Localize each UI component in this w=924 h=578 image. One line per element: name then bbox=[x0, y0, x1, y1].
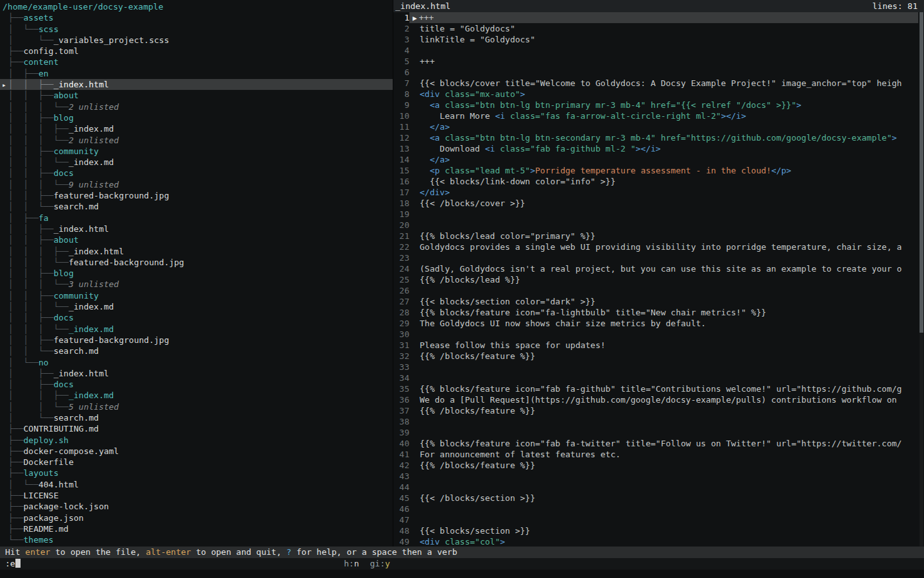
tree-row[interactable]: │ │ ├──about bbox=[0, 234, 393, 245]
tree-row[interactable]: │ │ ├──blog bbox=[0, 112, 393, 123]
code-line[interactable]: 32{{% /blocks/feature %}} bbox=[393, 351, 924, 362]
code-line[interactable]: 29The Goldydocs UI now shows chair size … bbox=[393, 318, 924, 329]
tree-row[interactable]: │ ├──docs bbox=[0, 379, 393, 390]
code-line[interactable]: 6 bbox=[393, 67, 924, 78]
code-line[interactable]: 2title = "Goldydocs" bbox=[393, 23, 924, 34]
code-line[interactable]: 4 bbox=[393, 45, 924, 56]
tree-row[interactable]: ├──package-lock.json bbox=[0, 501, 393, 512]
code-line[interactable]: 49<div class="col"> bbox=[393, 536, 924, 547]
code-line[interactable]: 25{{% /blocks/lead %}} bbox=[393, 274, 924, 285]
tree-row[interactable]: │ ├──en bbox=[0, 68, 393, 79]
tree-row[interactable]: │ │ │ └──_index.md bbox=[0, 324, 393, 335]
tree-row[interactable]: │ │ │ └──_index.md bbox=[0, 157, 393, 168]
tree-row[interactable]: │ │ ├──_index.html bbox=[0, 223, 393, 234]
code-line[interactable]: 30 bbox=[393, 329, 924, 340]
code-line[interactable]: 11 </a> bbox=[393, 121, 924, 132]
tree-row[interactable]: │ │ │ ├──_index.html bbox=[0, 246, 393, 257]
code-line[interactable]: 24(Sadly, Goldydocs isn't a real project… bbox=[393, 263, 924, 274]
code-line[interactable]: 10 Learn More <i class="fas fa-arrow-alt… bbox=[393, 110, 924, 121]
scrollbar-thumb[interactable] bbox=[920, 12, 923, 333]
tree-row[interactable]: │ │ │ ├──_index.md bbox=[0, 123, 393, 134]
tree-row[interactable]: ├──README.md bbox=[0, 523, 393, 534]
code-line[interactable]: 22Goldydocs provides a single web UI pro… bbox=[393, 241, 924, 252]
tree-row[interactable]: ├──CONTRIBUTING.md bbox=[0, 423, 393, 434]
tree-row[interactable]: │ └──_variables_project.scss bbox=[0, 35, 393, 46]
code-line[interactable]: 15 <p class="lead mt-5">Porridge tempera… bbox=[393, 165, 924, 176]
code-line[interactable]: 44 bbox=[393, 482, 924, 493]
code-line[interactable]: 35{{% blocks/feature icon="fab fa-github… bbox=[393, 383, 924, 394]
code-line[interactable]: 7{{< blocks/cover title="Welcome to Gold… bbox=[393, 78, 924, 89]
code-line[interactable]: 34 bbox=[393, 372, 924, 383]
code-line[interactable]: 26 bbox=[393, 285, 924, 296]
code-line[interactable]: 19 bbox=[393, 209, 924, 220]
line-number: 35 bbox=[393, 383, 409, 394]
tree-row[interactable]: ▸│ │ ├──_index.html bbox=[0, 79, 393, 90]
tree-row[interactable]: ├──content bbox=[0, 57, 393, 67]
code-line[interactable]: 43 bbox=[393, 471, 924, 482]
code-line[interactable]: 12 <a class="btn btn-lg btn-secondary mr… bbox=[393, 132, 924, 143]
code-line[interactable]: 9 <a class="btn btn-lg btn-primary mr-3 … bbox=[393, 100, 924, 110]
code-line[interactable]: 13 Download <i class="fab fa-github ml-2… bbox=[393, 143, 924, 154]
code-line[interactable]: 37{{% /blocks/feature %}} bbox=[393, 405, 924, 416]
tree-row[interactable]: ├──deploy.sh bbox=[0, 435, 393, 446]
code-line[interactable]: 38 bbox=[393, 416, 924, 427]
code-line[interactable]: 16 {{< blocks/link-down color="info" >}} bbox=[393, 176, 924, 187]
tree-row[interactable]: └──themes bbox=[0, 534, 393, 545]
code-line[interactable]: 8<div class="mx-auto"> bbox=[393, 89, 924, 100]
tree-row[interactable]: │ ├──_index.html bbox=[0, 368, 393, 379]
tree-row[interactable]: │ │ ├──_index.md bbox=[0, 390, 393, 401]
code-line[interactable]: 20 bbox=[393, 220, 924, 231]
code-line[interactable]: 18{{< /blocks/cover >}} bbox=[393, 198, 924, 209]
tree-row[interactable]: │ │ ├──featured-background.jpg bbox=[0, 190, 393, 201]
code-line[interactable]: 5+++ bbox=[393, 56, 924, 67]
code-line[interactable]: 14 </a> bbox=[393, 154, 924, 165]
tree-row[interactable]: │ └──no bbox=[0, 357, 393, 368]
tree-row[interactable]: ├──Dockerfile bbox=[0, 457, 393, 468]
tree-row[interactable]: │ │ └──search.md bbox=[0, 346, 393, 356]
code-line[interactable]: 40{{% blocks/feature icon="fab fa-twitte… bbox=[393, 438, 924, 449]
tree-row[interactable]: │ │ ├──about bbox=[0, 90, 393, 101]
code-line[interactable]: 33 bbox=[393, 362, 924, 372]
tree-row[interactable]: ├──LICENSE bbox=[0, 490, 393, 501]
tree-row[interactable]: │ │ └──search.md bbox=[0, 201, 393, 212]
tree-row[interactable]: │ └──404.html bbox=[0, 479, 393, 490]
tree-root-path[interactable]: /home/example-user/docsy-example bbox=[0, 1, 393, 12]
tree-row[interactable]: │ │ │ └──featured-background.jpg bbox=[0, 257, 393, 268]
code-line[interactable]: 47 bbox=[393, 514, 924, 525]
preview-scrollbar[interactable] bbox=[920, 12, 923, 547]
code-line[interactable]: 28{{% blocks/feature icon="fa-lightbulb"… bbox=[393, 307, 924, 318]
code-line[interactable]: 23 bbox=[393, 252, 924, 263]
code-line[interactable]: 1▶+++ bbox=[393, 12, 924, 23]
tree-row[interactable]: ├──docker-compose.yaml bbox=[0, 446, 393, 457]
line-content: Learn More <i class="fas fa-arrow-alt-ci… bbox=[409, 110, 918, 121]
command-input[interactable]: :e bbox=[5, 559, 15, 568]
tree-row[interactable]: │ └──scss bbox=[0, 24, 393, 35]
code-line[interactable]: 27{{< blocks/section color="dark" >}} bbox=[393, 296, 924, 307]
code-line[interactable]: 46 bbox=[393, 504, 924, 514]
code-line[interactable]: 41For announcement of latest features et… bbox=[393, 449, 924, 460]
tree-row[interactable]: │ ├──fa bbox=[0, 213, 393, 223]
tree-row[interactable]: ├──config.toml bbox=[0, 46, 393, 57]
tree-row[interactable]: │ │ ├──community bbox=[0, 146, 393, 157]
code-line[interactable]: 17</div> bbox=[393, 187, 924, 198]
code-line[interactable]: 21{{% blocks/lead color="primary" %}} bbox=[393, 231, 924, 241]
tree-row[interactable]: │ └──search.md bbox=[0, 412, 393, 423]
tree-row[interactable]: │ │ ├──docs bbox=[0, 312, 393, 323]
code-line[interactable]: 42{{% /blocks/feature %}} bbox=[393, 460, 924, 471]
tree-row[interactable]: │ │ ├──docs bbox=[0, 168, 393, 179]
code-line[interactable]: 3linkTitle = "Goldydocs" bbox=[393, 34, 924, 45]
tree-row[interactable]: ├──package.json bbox=[0, 512, 393, 523]
code-line[interactable]: 36We do a [Pull Request](https://github.… bbox=[393, 394, 924, 405]
tree-row[interactable]: ├──layouts bbox=[0, 468, 393, 478]
tree-row[interactable]: │ │ ├──community bbox=[0, 290, 393, 301]
tree-row[interactable]: │ │ ├──blog bbox=[0, 268, 393, 279]
code-line[interactable]: 45{{< /blocks/section >}} bbox=[393, 493, 924, 504]
code-line[interactable]: 48{{< blocks/section >}} bbox=[393, 525, 924, 536]
command-input-bar[interactable]: :eh:ngi:y bbox=[0, 558, 924, 570]
tree-row[interactable]: │ │ │ └──_index.md bbox=[0, 301, 393, 312]
tree-row[interactable]: └──docsy bbox=[0, 546, 393, 547]
code-line[interactable]: 39 bbox=[393, 427, 924, 438]
tree-row[interactable]: ├──assets bbox=[0, 12, 393, 23]
code-line[interactable]: 31Please follow this space for updates! bbox=[393, 340, 924, 351]
tree-row[interactable]: │ │ ├──featured-background.jpg bbox=[0, 335, 393, 346]
